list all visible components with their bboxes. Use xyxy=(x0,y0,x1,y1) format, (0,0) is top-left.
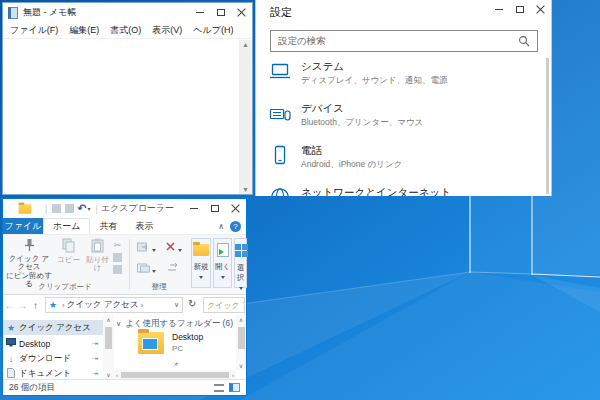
pin-to-quick-access-button[interactable]: クイック アクセス にピン留めする xyxy=(5,238,53,289)
refresh-icon[interactable]: ↻ xyxy=(188,298,196,309)
notepad-app-icon xyxy=(8,7,18,19)
cut-icon[interactable]: ✂ xyxy=(114,240,122,250)
tile-name: Desktop xyxy=(172,332,203,342)
help-icon[interactable]: ? xyxy=(230,221,241,232)
scroll-up-icon[interactable]: ▲ xyxy=(242,41,249,48)
settings-window: 設定 設定の検索 システム ディスプレイ、サウンド、通知、電源 デバイス Blu… xyxy=(255,0,552,196)
undo-icon[interactable]: ↶ xyxy=(77,202,86,215)
tab-file[interactable]: ファイル xyxy=(3,218,43,234)
tab-share[interactable]: 共有 xyxy=(90,218,126,234)
settings-scrollbar[interactable] xyxy=(546,58,549,194)
settings-close-button[interactable] xyxy=(530,0,551,19)
paste-label: 貼り付け xyxy=(86,255,109,273)
notepad-maximize-button[interactable] xyxy=(210,3,231,22)
nav-label: ダウンロード xyxy=(19,353,71,365)
new-label: 新規 xyxy=(194,262,209,271)
menu-view[interactable]: 表示(V) xyxy=(152,24,182,37)
delete-button[interactable] xyxy=(165,241,182,254)
explorer-maximize-button[interactable] xyxy=(204,199,225,218)
pin-icon: 📌︎ xyxy=(91,339,101,349)
chevron-down-icon[interactable]: ∨ xyxy=(116,320,121,328)
settings-window-controls xyxy=(488,0,551,19)
collapse-ribbon-icon[interactable]: ∧ xyxy=(218,222,224,231)
back-icon[interactable]: ← xyxy=(3,300,16,311)
settings-item-system[interactable]: システム ディスプレイ、サウンド、通知、電源 xyxy=(256,58,551,100)
explorer-ribbon-tabs: ファイル ホーム 共有 表示 ∧ ? xyxy=(3,218,246,235)
notepad-minimize-button[interactable] xyxy=(189,3,210,22)
explorer-title: エクスプローラー xyxy=(101,202,174,215)
settings-minimize-button[interactable] xyxy=(488,0,509,19)
settings-item-network[interactable]: ネットワークとインターネット Wi-Fi、機内モード、VPN xyxy=(256,184,551,196)
clipboard-group-label: クリップボード xyxy=(3,282,127,292)
pin-icon xyxy=(23,238,36,252)
qat-newfolder-icon[interactable] xyxy=(65,204,74,213)
content-scrollbar[interactable]: ∧ ∨ xyxy=(236,315,246,370)
settings-item-phone[interactable]: 電話 Android、iPhone のリンク xyxy=(256,142,551,184)
explorer-address-bar: ← → ↑ ★ › クイック アクセス › ∨ ↻ クイック アク... xyxy=(3,295,246,315)
scroll-down-icon[interactable]: ▼ xyxy=(242,186,249,193)
explorer-content-pane: ∨ よく使用するフォルダー (6) Desktop PC 📌︎ xyxy=(114,315,236,370)
qat-properties-icon[interactable] xyxy=(52,204,61,213)
large-icons-view-icon[interactable] xyxy=(229,383,240,392)
qat-customize-dropdown-icon[interactable]: ▾ xyxy=(87,205,90,212)
address-dropdown-icon[interactable]: ∨ xyxy=(174,301,182,309)
move-to-button[interactable] xyxy=(137,241,156,254)
scroll-down-icon[interactable]: ∨ xyxy=(239,362,243,369)
explorer-minimize-button[interactable] xyxy=(183,199,204,218)
frequent-folders-header[interactable]: ∨ よく使用するフォルダー (6) xyxy=(116,318,236,330)
explorer-titlebar[interactable]: | ↶ ▾ | エクスプローラー xyxy=(3,199,246,218)
new-folder-button[interactable]: 新規 xyxy=(191,238,211,288)
nav-label: ドキュメント xyxy=(19,368,71,380)
tab-home[interactable]: ホーム xyxy=(43,218,90,234)
open-label: 開く xyxy=(215,262,230,271)
sidebar-item-desktop[interactable]: Desktop 📌︎ xyxy=(3,336,103,351)
settings-item-title: システム xyxy=(301,60,344,74)
breadcrumb-location[interactable]: クイック アクセス xyxy=(67,299,139,311)
scroll-right-icon[interactable]: › xyxy=(232,372,234,378)
sidebar-item-downloads[interactable]: ↓ ダウンロード 📌︎ xyxy=(3,351,103,366)
copy-to-button[interactable] xyxy=(137,262,156,275)
tab-view[interactable]: 表示 xyxy=(126,218,162,234)
scroll-up-icon[interactable]: ∧ xyxy=(106,316,110,323)
details-view-icon[interactable] xyxy=(214,384,224,392)
menu-file[interactable]: ファイル(F) xyxy=(10,24,58,37)
copy-button[interactable]: コピー xyxy=(55,238,82,264)
devices-icon xyxy=(269,102,291,124)
settings-maximize-button[interactable] xyxy=(509,0,530,19)
menu-help[interactable]: ヘルプ(H) xyxy=(193,24,233,37)
open-button[interactable]: 開く xyxy=(213,238,232,288)
select-icon xyxy=(235,244,249,258)
menu-format[interactable]: 書式(O) xyxy=(110,24,141,37)
pin-icon: 📌︎ xyxy=(91,354,101,364)
scroll-left-icon[interactable]: ‹ xyxy=(116,372,118,378)
notepad-vertical-scrollbar[interactable]: ▲ ▼ xyxy=(239,40,252,194)
paste-button[interactable]: 貼り付け xyxy=(83,238,112,273)
select-button[interactable]: 選択 xyxy=(234,238,247,288)
copy-path-icon[interactable] xyxy=(113,253,122,262)
content-horizontal-scrollbar[interactable]: ‹ › xyxy=(114,370,236,379)
explorer-search-box[interactable]: クイック アク... xyxy=(203,297,245,313)
chevron-icon: › xyxy=(141,301,144,310)
settings-item-title: 電話 xyxy=(301,144,322,158)
notepad-titlebar[interactable]: 無題 - メモ帳 xyxy=(3,3,252,22)
scroll-up-icon[interactable]: ∧ xyxy=(239,316,243,323)
settings-item-desc: ディスプレイ、サウンド、通知、電源 xyxy=(301,75,448,87)
paste-shortcut-icon[interactable] xyxy=(113,265,122,274)
up-icon[interactable]: ↑ xyxy=(29,300,42,311)
folder-tile-desktop[interactable]: Desktop PC 📌︎ xyxy=(138,332,203,370)
forward-icon[interactable]: → xyxy=(16,300,29,311)
breadcrumb[interactable]: ★ › クイック アクセス › ∨ xyxy=(45,297,183,313)
settings-search-box[interactable]: 設定の検索 xyxy=(270,30,538,52)
sidebar-item-quick-access[interactable]: ★ クイック アクセス xyxy=(3,320,103,335)
notepad-close-button[interactable] xyxy=(231,3,252,22)
menu-edit[interactable]: 編集(E) xyxy=(69,24,99,37)
settings-item-devices[interactable]: デバイス Bluetooth、プリンター、マウス xyxy=(256,100,551,142)
scroll-down-icon[interactable]: ∨ xyxy=(106,371,110,378)
nav-scrollbar[interactable]: ∧ ∨ xyxy=(103,315,114,379)
explorer-close-button[interactable] xyxy=(225,199,246,218)
search-icon[interactable] xyxy=(518,35,530,47)
notepad-text-area[interactable]: ▲ ▼ xyxy=(3,40,252,194)
sidebar-item-documents[interactable]: ドキュメント 📌︎ xyxy=(3,366,103,379)
explorer-status-bar: 26 個の項目 xyxy=(3,379,246,395)
rename-button[interactable] xyxy=(167,262,180,275)
